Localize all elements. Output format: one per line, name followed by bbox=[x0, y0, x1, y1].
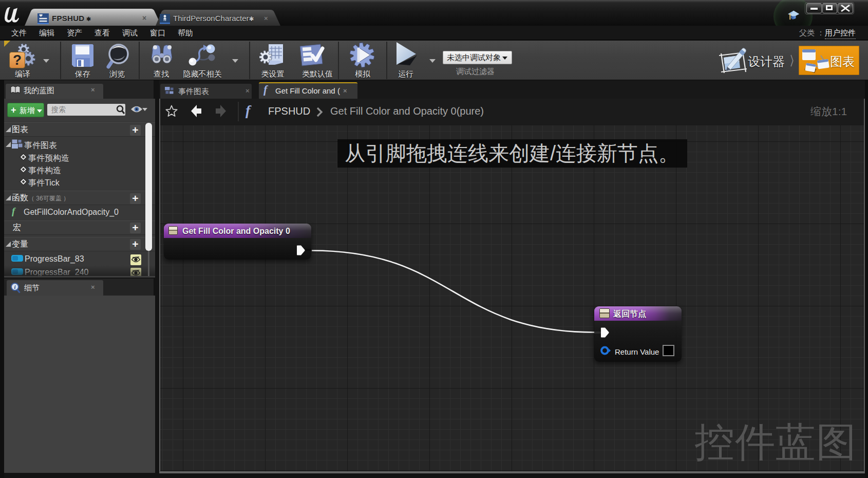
svg-text:?: ? bbox=[13, 52, 22, 68]
